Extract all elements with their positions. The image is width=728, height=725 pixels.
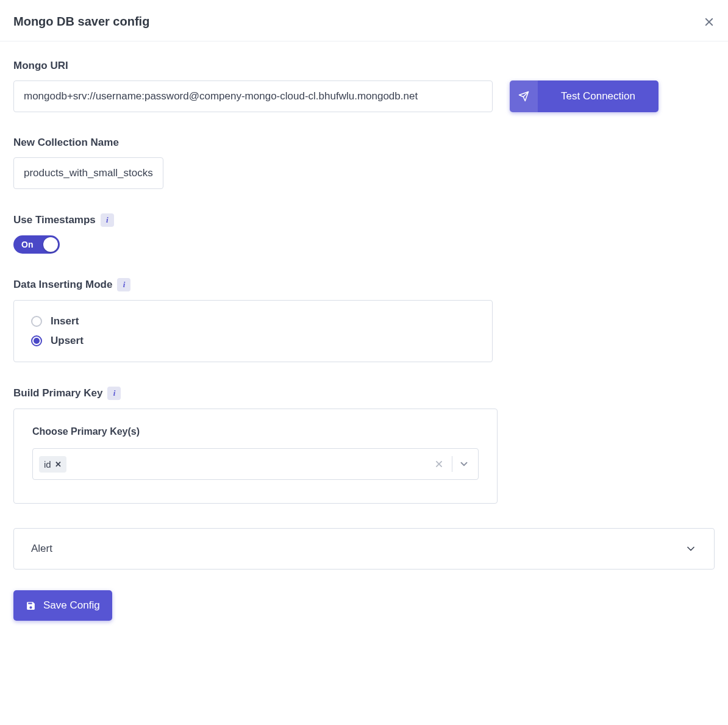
radio-circle [31,316,42,327]
info-icon[interactable]: i [101,213,114,227]
collection-group: New Collection Name [13,137,715,189]
radio-upsert[interactable]: Upsert [31,335,475,347]
toggle-knob [43,237,58,252]
primary-key-label-text: Build Primary Key [13,387,102,399]
radio-circle [31,335,42,346]
clear-icon[interactable] [435,460,443,468]
primary-key-sublabel: Choose Primary Key(s) [32,426,479,437]
inserting-mode-label-text: Data Inserting Mode [13,279,112,291]
modal-body: Mongo URI Test Connection New Collection… [0,41,728,634]
timestamps-group: Use Timestamps i On [13,213,715,254]
uri-label: Mongo URI [13,60,715,72]
info-icon[interactable]: i [117,278,130,291]
collection-label: New Collection Name [13,137,715,149]
send-icon [518,91,529,102]
uri-group: Mongo URI Test Connection [13,60,715,112]
chevron-down-icon [459,459,469,470]
primary-key-group: Build Primary Key i Choose Primary Key(s… [13,387,715,504]
primary-key-select[interactable]: id ✕ [32,448,479,480]
radio-upsert-label: Upsert [51,335,84,347]
inserting-mode-label: Data Inserting Mode i [13,278,715,291]
chip-label: id [44,459,51,470]
select-chevron-slot[interactable] [452,459,476,470]
inserting-mode-card: Insert Upsert [13,300,493,362]
radio-insert-label: Insert [51,315,79,327]
close-icon[interactable] [704,16,715,27]
test-connection-button[interactable]: Test Connection [510,80,658,112]
toggle-on-label: On [21,240,33,249]
radio-insert[interactable]: Insert [31,315,475,327]
save-icon [26,601,36,611]
modal-title: Mongo DB saver config [13,15,149,29]
save-config-label: Save Config [43,599,100,612]
primary-key-chip: id ✕ [39,456,66,473]
save-config-button[interactable]: Save Config [13,590,112,621]
collection-name-input[interactable] [13,157,163,189]
info-icon[interactable]: i [107,387,121,400]
inserting-mode-group: Data Inserting Mode i Insert Upsert [13,278,715,362]
chevron-down-icon [685,543,697,555]
chip-remove-icon[interactable]: ✕ [55,460,62,469]
uri-row: Test Connection [13,80,715,112]
primary-key-card: Choose Primary Key(s) id ✕ [13,409,498,504]
test-connection-label: Test Connection [538,90,658,102]
mongo-uri-input[interactable] [13,80,493,112]
primary-key-label: Build Primary Key i [13,387,715,400]
timestamps-label: Use Timestamps i [13,213,715,227]
modal-header: Mongo DB saver config [0,0,728,41]
timestamps-label-text: Use Timestamps [13,214,96,226]
alert-accordion[interactable]: Alert [13,528,715,570]
send-icon-slot [510,80,538,112]
timestamps-toggle[interactable]: On [13,235,60,254]
alert-label: Alert [31,543,52,555]
